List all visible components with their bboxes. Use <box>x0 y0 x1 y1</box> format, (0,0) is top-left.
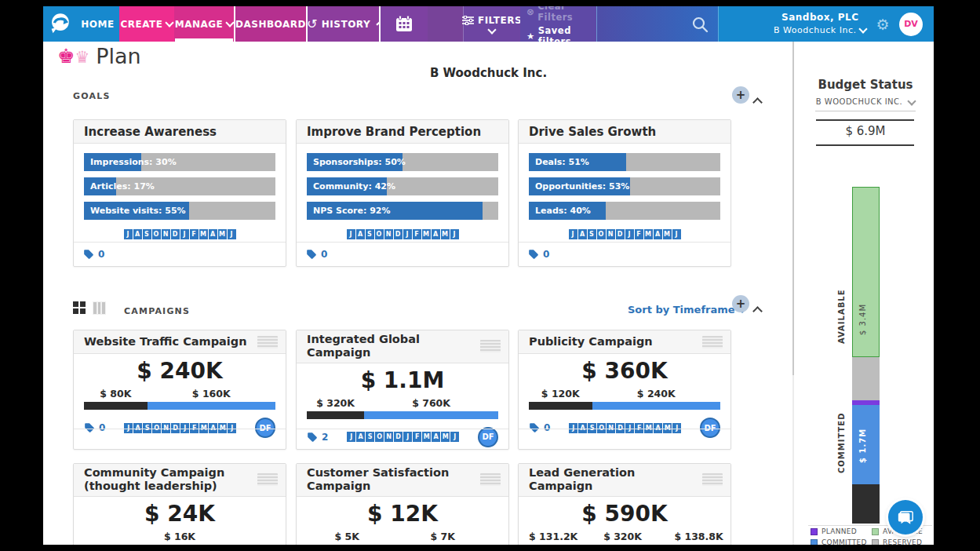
segment-label: $ 120K <box>529 388 592 400</box>
tag-count[interactable]: 0 <box>306 249 327 260</box>
nav-item-manage[interactable]: MANAGE <box>174 6 234 42</box>
nav-item-create[interactable]: CREATE <box>119 6 174 42</box>
months-strip: JASONDJFMAMJ <box>307 229 498 239</box>
month-box: J <box>228 229 236 239</box>
nav-item-history[interactable]: ↺ HISTORY <box>308 6 379 42</box>
goal-card[interactable]: Increase Awareness Impressions: 30% Arti… <box>73 119 286 267</box>
month-box: S <box>366 432 374 442</box>
month-box: F <box>635 229 643 239</box>
tag-count[interactable]: 0 <box>84 422 105 433</box>
campaign-card-bottom: 0 JASONDJFMAMJ DF <box>84 418 275 438</box>
tag-count[interactable]: 0 <box>528 249 549 260</box>
filters-quick-actions: ⊗ Clear Filters ★ Saved filters <box>520 6 596 42</box>
sort-by-timeframe-dropdown[interactable]: Sort by Timeframe <box>628 304 745 316</box>
budget-rule-bottom <box>816 144 914 146</box>
goal-metric-bar: Opportunities: 53% <box>529 177 720 195</box>
month-box: A <box>432 229 440 239</box>
collapse-campaigns-button[interactable] <box>754 303 761 318</box>
month-box: J <box>569 229 577 239</box>
drag-handle-icon[interactable] <box>257 336 278 348</box>
month-box: M <box>199 423 208 433</box>
goal-metric-label: Website visits: 55% <box>90 202 186 220</box>
drag-handle-icon[interactable] <box>480 340 501 352</box>
month-box: M <box>218 423 227 433</box>
campaign-card-header: Integrated Global Campaign <box>297 330 508 363</box>
segment-label: $ 5K <box>307 531 387 542</box>
legend-label: RESERVED <box>883 538 922 545</box>
month-box: O <box>152 229 161 239</box>
page-title: Plan <box>96 44 140 68</box>
active-tab-indicator <box>175 38 233 42</box>
campaign-card[interactable]: Website Traffic Campaign $ 240K $ 80K $ … <box>73 330 286 450</box>
month-box: M <box>218 229 227 239</box>
saved-filters-button[interactable]: ★ Saved filters <box>526 25 596 47</box>
month-box: O <box>152 423 161 433</box>
budget-unit-label: B WOODCHUCK INC. <box>816 97 903 106</box>
table-view-toggle[interactable] <box>93 301 106 315</box>
month-box: D <box>616 229 625 239</box>
search-icon[interactable] <box>691 16 709 33</box>
month-box: A <box>133 229 142 239</box>
account-switcher[interactable]: Sandbox, PLC B Woodchuck Inc. <box>774 11 866 36</box>
nav-item-home[interactable]: HOME <box>76 6 119 42</box>
drag-handle-icon[interactable] <box>702 473 723 486</box>
scrollbar-thumb[interactable] <box>792 42 794 375</box>
goal-metric-bar: Impressions: 30% <box>84 153 275 171</box>
month-box: J <box>347 432 355 442</box>
campaign-total: $ 590K <box>519 501 730 527</box>
goal-metric-label: Community: 42% <box>313 177 395 195</box>
drag-handle-icon[interactable] <box>480 473 501 486</box>
owner-badge[interactable]: DF <box>700 418 720 438</box>
tag-count[interactable]: 2 <box>307 432 328 443</box>
goal-card[interactable]: Drive Sales Growth Deals: 51% Opportunit… <box>518 119 731 267</box>
months-strip: JASONDJFMAMJ <box>328 432 478 442</box>
campaign-card[interactable]: Lead Generation Campaign $ 590K $ 131.2K… <box>518 463 731 545</box>
collapse-goals-button[interactable] <box>754 94 761 109</box>
card-divider <box>297 429 508 429</box>
budget-rule-top <box>816 119 914 121</box>
month-box: J <box>672 423 681 433</box>
goal-metric-bar: Leads: 40% <box>529 202 720 220</box>
segment-labels: $ 16K <box>84 531 275 542</box>
drag-handle-icon[interactable] <box>257 473 278 486</box>
gear-icon[interactable]: ⚙ <box>876 16 890 33</box>
campaign-card[interactable]: Integrated Global Campaign $ 1.1M $ 320K… <box>296 330 509 450</box>
goal-title: Improve Brand Perception <box>307 125 481 139</box>
selector-underline <box>815 111 916 111</box>
nav-item-filters[interactable]: FILTERS <box>463 6 520 42</box>
month-box: A <box>654 229 662 239</box>
chat-widget-button[interactable] <box>888 500 923 535</box>
nav-item-dashboard[interactable]: DASHBOARD <box>235 6 306 42</box>
tag-icon <box>83 249 94 260</box>
month-box: A <box>578 229 587 239</box>
campaign-card-header: Website Traffic Campaign <box>74 330 286 354</box>
goal-card[interactable]: Improve Brand Perception Sponsorships: 5… <box>296 119 509 267</box>
add-campaign-button[interactable]: + <box>732 295 749 312</box>
nav-item-calendar[interactable] <box>381 6 428 42</box>
owner-badge[interactable]: DF <box>255 418 275 438</box>
nav-home-label: HOME <box>81 19 114 30</box>
card-view-toggle[interactable] <box>73 301 86 315</box>
campaign-title: Integrated Global Campaign <box>307 333 480 360</box>
user-avatar[interactable]: DV <box>899 13 923 36</box>
month-box: J <box>228 423 236 433</box>
goal-metric-label: NPS Score: 92% <box>313 202 390 220</box>
chevron-down-icon <box>859 25 868 34</box>
campaign-card[interactable]: Customer Satisfaction Campaign $ 12K $ 5… <box>296 463 509 545</box>
tag-count[interactable]: 0 <box>83 249 104 260</box>
drag-handle-icon[interactable] <box>702 336 723 348</box>
clear-filters-button[interactable]: ⊗ Clear Filters <box>526 6 596 23</box>
campaigns-section-label: CAMPAIGNS <box>124 306 190 316</box>
month-box: J <box>403 229 412 239</box>
campaign-card[interactable]: Publicity Campaign $ 360K $ 120K $ 240K … <box>518 330 731 450</box>
app-logo[interactable] <box>43 6 76 42</box>
owner-badge[interactable]: DF <box>478 427 498 447</box>
tag-icon <box>84 422 95 433</box>
month-box: A <box>578 423 587 433</box>
month-box: M <box>199 229 208 239</box>
legend-swatch-committed <box>811 539 818 546</box>
add-goal-button[interactable]: + <box>732 86 749 104</box>
campaign-card[interactable]: Community Campaign (thought leadership) … <box>73 463 286 545</box>
tag-count[interactable]: 0 <box>529 422 550 433</box>
budget-unit-selector[interactable]: B WOODCHUCK INC. <box>796 97 934 106</box>
